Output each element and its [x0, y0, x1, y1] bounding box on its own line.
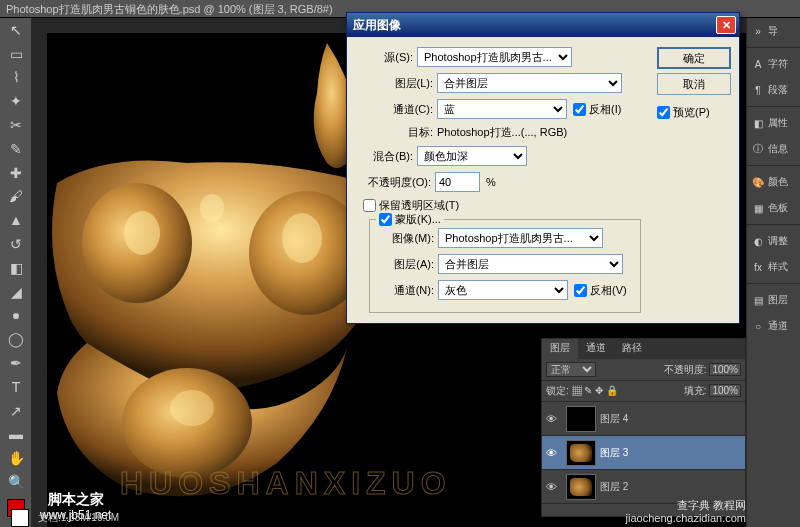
layer-thumbnail[interactable] [566, 440, 596, 466]
fill-label: 填充: [684, 385, 707, 396]
pen-tool[interactable]: ✒ [2, 352, 30, 374]
rp-character[interactable]: A字符 [747, 51, 800, 77]
channels-icon: ○ [751, 319, 765, 333]
brush-tool[interactable]: 🖌 [2, 186, 30, 208]
channel-select[interactable]: 蓝 [437, 99, 567, 119]
mask-label: 蒙版(K)... [395, 212, 441, 227]
eyedropper-tool[interactable]: ✎ [2, 138, 30, 160]
wand-tool[interactable]: ✦ [2, 90, 30, 112]
opacity-input[interactable] [435, 172, 480, 192]
visibility-icon[interactable]: 👁 [546, 413, 562, 425]
preview-checkbox[interactable] [657, 106, 670, 119]
fill-value[interactable]: 100% [709, 384, 741, 397]
eraser-tool[interactable]: ◧ [2, 257, 30, 279]
layers-list: 👁 图层 4 👁 图层 3 👁 图层 2 [542, 402, 745, 504]
target-label: 目标: [375, 125, 433, 140]
blend-label: 混合(B): [355, 149, 413, 164]
gradient-tool[interactable]: ◢ [2, 281, 30, 303]
rp-channels[interactable]: ○通道 [747, 313, 800, 339]
adjustments-icon: ◐ [751, 234, 765, 248]
swatches-icon: ▦ [751, 201, 765, 215]
layers-panel-tabs: 图层 通道 路径 [542, 339, 745, 359]
source-select[interactable]: Photoshop打造肌肉男古... [417, 47, 572, 67]
mask-invert-checkbox[interactable] [574, 284, 587, 297]
mask-channel-label: 通道(N): [376, 283, 434, 298]
tab-channels[interactable]: 通道 [578, 339, 614, 359]
rp-guide[interactable]: »导 [747, 18, 800, 44]
styles-icon: fx [751, 260, 765, 274]
rp-styles[interactable]: fx样式 [747, 254, 800, 280]
rp-paragraph[interactable]: ¶段落 [747, 77, 800, 103]
mask-invert-label: 反相(V) [590, 283, 627, 298]
layer-row[interactable]: 👁 图层 4 [542, 402, 745, 436]
layer-row[interactable]: 👁 图层 3 [542, 436, 745, 470]
color-swatches[interactable] [0, 499, 31, 527]
marquee-tool[interactable]: ▭ [2, 43, 30, 65]
guide-icon: » [751, 24, 765, 38]
path-tool[interactable]: ↗ [2, 400, 30, 422]
opacity-label: 不透明度: [664, 364, 707, 375]
rp-layers[interactable]: ▤图层 [747, 287, 800, 313]
right-panel-bar: »导 A字符 ¶段落 ◧属性 ⓘ信息 🎨颜色 ▦色板 ◐调整 fx样式 ▤图层 … [746, 18, 800, 527]
mask-layer-select[interactable]: 合并图层 [438, 254, 623, 274]
svg-point-5 [170, 390, 214, 426]
blur-tool[interactable]: ● [2, 305, 30, 327]
blend-select[interactable]: 颜色加深 [417, 146, 527, 166]
source-label: 源(S): [355, 50, 413, 65]
stamp-tool[interactable]: ▲ [2, 209, 30, 231]
lasso-tool[interactable]: ⌇ [2, 67, 30, 89]
preview-label: 预览(P) [673, 105, 710, 120]
svg-point-3 [124, 211, 160, 255]
info-icon: ⓘ [751, 142, 765, 156]
paragraph-icon: ¶ [751, 83, 765, 97]
opacity-label: 不透明度(O): [355, 175, 431, 190]
preserve-transparency-checkbox[interactable] [363, 199, 376, 212]
rp-properties[interactable]: ◧属性 [747, 110, 800, 136]
visibility-icon[interactable]: 👁 [546, 481, 562, 493]
visibility-icon[interactable]: 👁 [546, 447, 562, 459]
mask-channel-select[interactable]: 灰色 [438, 280, 568, 300]
crop-tool[interactable]: ✂ [2, 114, 30, 136]
layer-name: 图层 3 [600, 446, 628, 460]
layer-name: 图层 2 [600, 480, 628, 494]
watermark-center: HUOSHANXIZUO [120, 465, 452, 502]
layer-select[interactable]: 合并图层 [437, 73, 622, 93]
channel-label: 通道(C): [375, 102, 433, 117]
tab-layers[interactable]: 图层 [542, 339, 578, 359]
tab-paths[interactable]: 路径 [614, 339, 650, 359]
layers-panel: 图层 通道 路径 正常 不透明度: 100% 锁定: ▦ ✎ ✥ 🔒 填充: 1… [541, 338, 746, 517]
dialog-titlebar[interactable]: 应用图像 ✕ [347, 13, 739, 37]
layer-thumbnail[interactable] [566, 406, 596, 432]
cancel-button[interactable]: 取消 [657, 73, 731, 95]
rp-swatches[interactable]: ▦色板 [747, 195, 800, 221]
mask-image-label: 图像(M): [376, 231, 434, 246]
dodge-tool[interactable]: ◯ [2, 328, 30, 350]
svg-point-6 [200, 194, 224, 222]
rp-adjustments[interactable]: ◐调整 [747, 228, 800, 254]
blend-mode-select[interactable]: 正常 [546, 362, 596, 377]
shape-tool[interactable]: ▬ [2, 424, 30, 446]
close-button[interactable]: ✕ [716, 16, 736, 34]
watermark-right: 查字典 教程网jiaocheng.chazidian.com [626, 499, 746, 525]
history-brush-tool[interactable]: ↺ [2, 233, 30, 255]
rp-info[interactable]: ⓘ信息 [747, 136, 800, 162]
mask-layer-label: 图层(A): [376, 257, 434, 272]
dialog-title: 应用图像 [353, 17, 401, 34]
invert-label: 反相(I) [589, 102, 621, 117]
heal-tool[interactable]: ✚ [2, 162, 30, 184]
zoom-tool[interactable]: 🔍 [2, 471, 30, 493]
mask-image-select[interactable]: Photoshop打造肌肉男古... [438, 228, 603, 248]
invert-checkbox[interactable] [573, 103, 586, 116]
mask-checkbox[interactable] [379, 213, 392, 226]
layer-thumbnail[interactable] [566, 474, 596, 500]
hand-tool[interactable]: ✋ [2, 447, 30, 469]
target-value: Photoshop打造...(..., RGB) [437, 125, 567, 140]
mask-fieldset: 蒙版(K)... 图像(M): Photoshop打造肌肉男古... 图层(A)… [369, 219, 641, 313]
move-tool[interactable]: ↖ [2, 19, 30, 41]
opacity-value[interactable]: 100% [709, 363, 741, 376]
rp-color[interactable]: 🎨颜色 [747, 169, 800, 195]
layer-label: 图层(L): [375, 76, 433, 91]
type-tool[interactable]: T [2, 376, 30, 398]
background-color[interactable] [11, 509, 29, 527]
ok-button[interactable]: 确定 [657, 47, 731, 69]
